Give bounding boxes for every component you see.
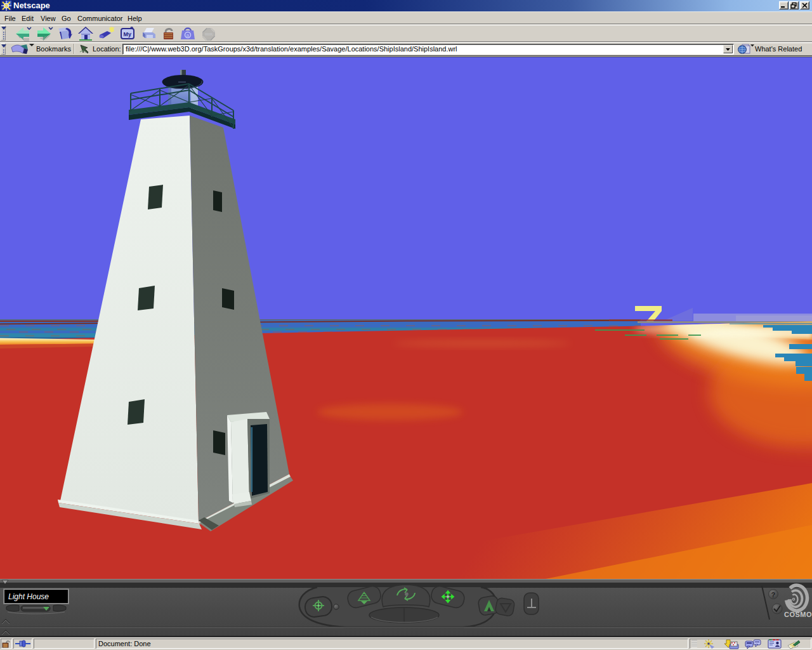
svg-text:COSMO: COSMO bbox=[784, 611, 812, 618]
svg-text:My: My bbox=[124, 31, 132, 37]
svg-text:a: a bbox=[187, 32, 190, 38]
svg-text:Light House: Light House bbox=[8, 592, 49, 601]
svg-text:?: ? bbox=[771, 591, 776, 599]
